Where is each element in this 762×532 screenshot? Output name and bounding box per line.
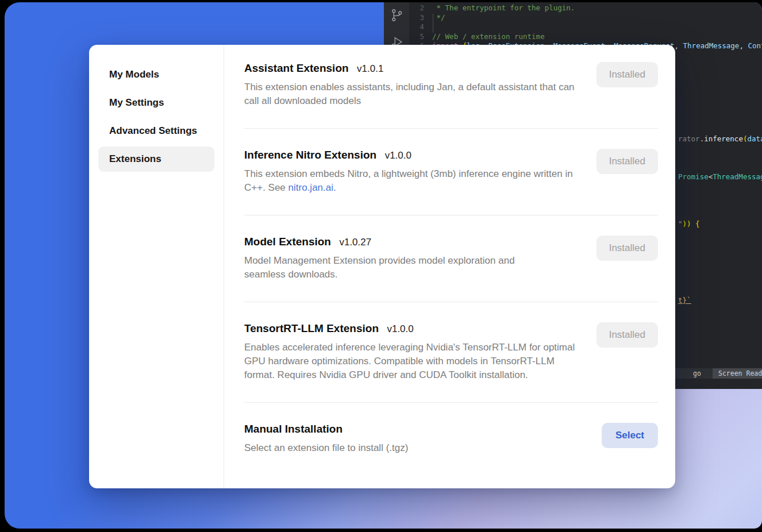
- code-line: 2 * The entrypoint for the plugin.: [409, 3, 762, 13]
- select-button[interactable]: Select: [602, 423, 658, 448]
- settings-nav: My Models My Settings Advanced Settings …: [89, 45, 224, 488]
- installed-button[interactable]: Installed: [596, 149, 658, 174]
- code-fragment: Promise<ThreadMessage>: [678, 172, 762, 181]
- indent-guide: [433, 14, 433, 33]
- installed-button[interactable]: Installed: [596, 236, 658, 261]
- extension-version: v1.0.27: [339, 237, 371, 248]
- code-line: 3 */: [409, 13, 762, 23]
- extension-version: v1.0.0: [387, 323, 413, 334]
- installed-button[interactable]: Installed: [596, 322, 658, 348]
- code-line: 4: [409, 22, 762, 32]
- extension-version: v1.0.0: [385, 150, 411, 161]
- code-fragment: t}`: [678, 296, 691, 304]
- extension-description: Model Management Extension provides mode…: [244, 254, 557, 282]
- manual-installation-row: Manual Installation Select an extension …: [244, 403, 658, 475]
- extension-row-inference-nitro: Inference Nitro Extension v1.0.0 This ex…: [244, 129, 658, 215]
- installed-button[interactable]: Installed: [596, 62, 658, 87]
- nitro-jan-ai-link[interactable]: nitro.jan.ai.: [288, 182, 336, 193]
- extension-description: This extension embeds Nitro, a lightweig…: [244, 167, 580, 195]
- screen-reader-chip[interactable]: Screen Reader Optimized: [713, 368, 762, 379]
- extension-name: Manual Installation: [244, 423, 342, 435]
- extension-description: This extension enables assistants, inclu…: [244, 80, 580, 108]
- extension-row-assistant: Assistant Extension v1.0.1 This extensio…: [244, 45, 658, 129]
- sidebar-item-my-settings[interactable]: My Settings: [98, 90, 214, 115]
- desktop-background: 2 * The entrypoint for the plugin.3 */45…: [5, 2, 762, 529]
- code-fragment: rator.inference(data));: [678, 134, 762, 143]
- sidebar-item-extensions[interactable]: Extensions: [98, 147, 214, 172]
- extension-row-model: Model Extension v1.0.27 Model Management…: [244, 215, 658, 302]
- settings-modal: My Models My Settings Advanced Settings …: [89, 45, 675, 488]
- sidebar-item-my-models[interactable]: My Models: [98, 62, 214, 87]
- extension-name: TensortRT-LLM Extension: [244, 322, 379, 334]
- extension-name: Inference Nitro Extension: [244, 149, 376, 161]
- source-control-icon[interactable]: [390, 8, 404, 25]
- code-fragment: ")) {: [678, 219, 700, 228]
- sidebar-item-advanced-settings[interactable]: Advanced Settings: [98, 118, 214, 144]
- code-lines: 2 * The entrypoint for the plugin.3 */45…: [409, 3, 762, 51]
- extensions-list: Assistant Extension v1.0.1 This extensio…: [224, 45, 675, 488]
- extension-version: v1.0.1: [357, 63, 383, 74]
- extension-name: Model Extension: [244, 236, 331, 248]
- extension-name: Assistant Extension: [244, 62, 349, 74]
- extension-description: Enables accelerated inference leveraging…: [244, 341, 580, 382]
- extension-row-tensorrt-llm: TensortRT-LLM Extension v1.0.0 Enables a…: [244, 302, 658, 403]
- code-line: 5// Web / extension runtime: [409, 32, 762, 42]
- status-left-text[interactable]: go: [693, 368, 701, 379]
- extension-description: Select an extension file to install (.tg…: [244, 441, 408, 455]
